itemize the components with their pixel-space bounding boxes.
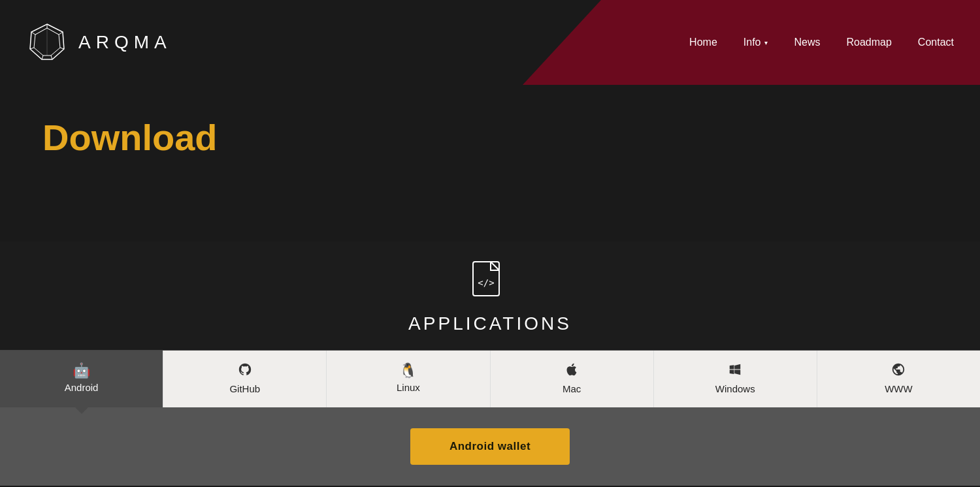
- tab-www[interactable]: WWW: [817, 351, 980, 407]
- windows-icon: [728, 362, 742, 379]
- nav-info[interactable]: Info ▾: [743, 37, 768, 48]
- info-chevron-icon: ▾: [764, 39, 768, 46]
- nav-roadmap[interactable]: Roadmap: [846, 37, 891, 48]
- github-icon: [238, 362, 252, 379]
- svg-line-4: [60, 48, 64, 49]
- svg-text:</>: </>: [478, 277, 494, 288]
- tab-content-android: Android wallet: [0, 407, 980, 486]
- main-nav: Home Info ▾ News Roadmap Contact: [689, 37, 954, 48]
- nav-news[interactable]: News: [794, 37, 820, 48]
- tab-windows[interactable]: Windows: [654, 351, 817, 407]
- tab-mac[interactable]: Mac: [491, 351, 654, 407]
- logo-area: ARQMA: [26, 22, 172, 63]
- tab-android[interactable]: 🤖 Android: [0, 351, 163, 407]
- hero-section: Download: [0, 85, 980, 242]
- applications-title: APPLICATIONS: [408, 313, 572, 334]
- page-title: Download: [42, 118, 938, 158]
- applications-icon-wrap: </>: [472, 261, 508, 306]
- svg-line-7: [30, 48, 34, 49]
- tab-linux[interactable]: 🐧 Linux: [327, 351, 490, 407]
- svg-line-8: [31, 32, 35, 35]
- site-header: ARQMA Home Info ▾ News Roadmap Contact: [0, 0, 980, 85]
- android-wallet-button[interactable]: Android wallet: [410, 428, 570, 465]
- platform-tabs: 🤖 Android GitHub 🐧 Linux Mac: [0, 350, 980, 407]
- globe-icon: [891, 362, 906, 379]
- nav-home[interactable]: Home: [689, 37, 717, 48]
- code-file-icon: </>: [472, 261, 508, 303]
- nav-contact[interactable]: Contact: [918, 37, 954, 48]
- logo-icon: [26, 22, 68, 63]
- svg-line-6: [42, 55, 43, 59]
- svg-line-5: [51, 55, 52, 59]
- mac-icon: [564, 362, 579, 379]
- applications-section: </> APPLICATIONS 🤖 Android GitHub 🐧 Li: [0, 242, 980, 486]
- android-icon: 🤖: [73, 364, 90, 378]
- svg-line-3: [59, 32, 63, 35]
- logo-text: ARQMA: [78, 32, 172, 53]
- tab-github[interactable]: GitHub: [163, 351, 327, 407]
- linux-icon: 🐧: [399, 364, 417, 378]
